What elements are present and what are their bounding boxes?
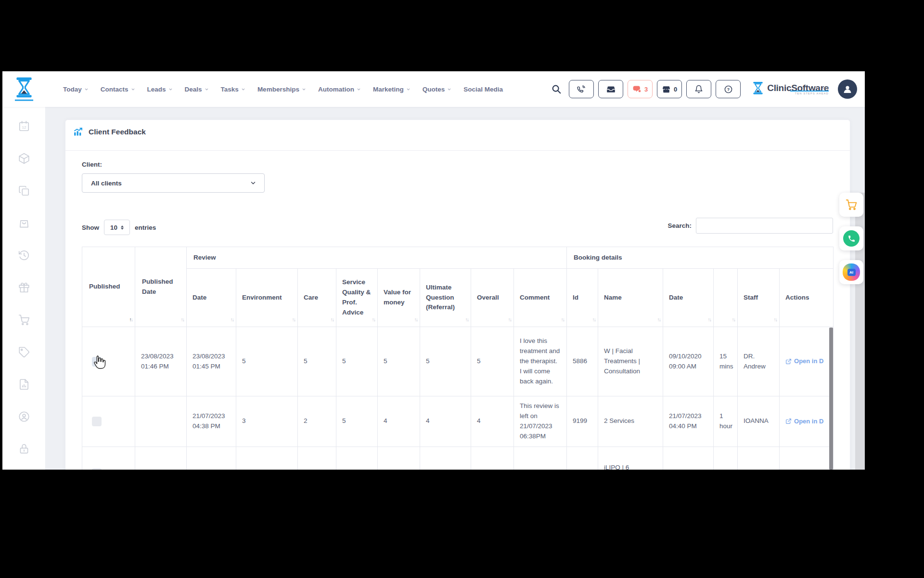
col-header-comment[interactable]: Comment↑↓ — [514, 269, 567, 327]
sort-icon[interactable]: ↑↓ — [465, 315, 469, 323]
lock-icon[interactable] — [18, 443, 30, 455]
user-avatar[interactable] — [838, 79, 857, 99]
col-header-care[interactable]: Care↑↓ — [298, 269, 336, 327]
cell-environment: 5 — [236, 327, 298, 396]
user-status-icon[interactable] — [18, 410, 30, 423]
published-checkbox[interactable] — [92, 357, 102, 367]
page-title-block: Client Feedback — [73, 127, 146, 137]
svg-text:?: ? — [727, 87, 730, 92]
col-header-value-for-money[interactable]: Value for money↑↓ — [378, 269, 420, 327]
sort-icon[interactable]: ↑↓ — [292, 315, 295, 323]
floating-cart-button[interactable] — [839, 193, 863, 217]
sort-icon[interactable]: ↑↓ — [508, 315, 512, 323]
col-header-published[interactable]: Published↑↓ — [82, 247, 135, 327]
cart-icon[interactable] — [18, 314, 30, 326]
open-in-diary-link[interactable]: Open in D — [785, 417, 827, 426]
col-header-overall[interactable]: Overall↑↓ — [471, 269, 514, 327]
sort-icon[interactable]: ↑↓ — [231, 315, 234, 323]
floating-ai-button[interactable]: AI — [839, 260, 863, 284]
cell-booking-date: 09/10/2020 09:00 AM — [663, 327, 714, 396]
chevron-down-icon — [357, 87, 361, 92]
nav-item-quotes[interactable]: Quotes — [423, 86, 452, 93]
nav-item-social-media[interactable]: Social Media — [463, 86, 503, 93]
sort-icon[interactable]: ↑↓ — [129, 315, 133, 323]
clinicsoftware-logo[interactable]: ClinicSoftware .com TEN STEPS AHEAD — [752, 81, 829, 97]
col-header-booking-date[interactable]: Date↑↓ — [663, 269, 714, 327]
sort-icon[interactable]: ↑↓ — [181, 315, 184, 323]
notifications-button[interactable] — [686, 80, 711, 98]
col-header-date[interactable]: Date↑↓ — [187, 269, 236, 327]
ai-icon: AI — [843, 263, 860, 281]
col-header-id[interactable]: Id↑↓ — [567, 269, 598, 327]
topbar: Today Contacts Leads Deals Tasks Members… — [2, 71, 865, 107]
sort-icon[interactable]: ↑↓ — [592, 315, 596, 323]
col-header-service-quality[interactable]: Service Quality & Prof. Advice↑↓ — [336, 269, 378, 327]
phone-button[interactable] — [569, 80, 594, 98]
hourglass-logo-icon — [752, 81, 764, 97]
sort-icon[interactable]: ↑↓ — [732, 315, 735, 323]
search-icon[interactable] — [551, 84, 562, 94]
chevron-down-icon — [168, 87, 173, 92]
store-button[interactable]: 0 — [657, 80, 682, 98]
published-checkbox[interactable] — [92, 417, 102, 426]
cell-id: 9199 — [567, 396, 598, 447]
hourglass-logo-icon[interactable] — [12, 74, 36, 104]
nav-item-memberships[interactable]: Memberships — [257, 86, 306, 93]
topbar-actions: 3 0 ? ClinicSoftware — [551, 79, 857, 99]
floating-phone-button[interactable] — [839, 226, 863, 250]
help-icon: ? — [724, 85, 733, 94]
chat-notifications-button[interactable]: 3 — [628, 80, 653, 98]
published-checkbox[interactable] — [92, 468, 102, 470]
nav-item-leads[interactable]: Leads — [147, 86, 173, 93]
client-select[interactable]: All clients — [82, 173, 265, 193]
report-icon[interactable] — [18, 378, 30, 391]
open-in-diary-link[interactable]: Open in D — [785, 356, 827, 366]
tag-icon[interactable] — [18, 346, 30, 358]
nav-item-marketing[interactable]: Marketing — [373, 86, 411, 93]
sort-icon[interactable]: ↑↓ — [561, 315, 565, 323]
col-header-actions: Actions — [780, 269, 834, 327]
gift-icon[interactable] — [18, 281, 30, 294]
brand-tagline: TEN STEPS AHEAD — [795, 92, 829, 95]
col-header-ultimate-question[interactable]: Ultimate Question (Referral)↑↓ — [420, 269, 471, 327]
table-scrollbar[interactable] — [829, 328, 833, 470]
sort-icon[interactable]: ↑↓ — [414, 315, 418, 323]
cell-published-date — [135, 396, 187, 447]
cell-published-date — [135, 447, 187, 470]
sort-icon[interactable]: ↑↓ — [774, 315, 777, 323]
inbox-button[interactable] — [598, 80, 623, 98]
col-header-published-date[interactable]: Published Date↑↓ — [135, 247, 187, 327]
app-window: Today Contacts Leads Deals Tasks Members… — [2, 71, 865, 470]
table-row: 21/07/2023 04:38 PM 3 2 5 4 4 4 This rev… — [82, 396, 834, 447]
sort-icon[interactable]: ↑↓ — [331, 315, 334, 323]
search-label: Search: — [667, 222, 692, 229]
chevron-down-icon — [241, 87, 245, 92]
col-header-staff[interactable]: Staff↑↓ — [738, 269, 780, 327]
calendar-icon[interactable]: 12 — [18, 120, 30, 132]
sort-icon[interactable]: ↑↓ — [657, 315, 661, 323]
table-row: 21/07/2023 My here iLIPO | 6 SESSIONS (4… — [82, 447, 834, 470]
col-header-name[interactable]: Name↑↓ — [598, 269, 663, 327]
sort-icon[interactable]: ↑↓ — [708, 315, 711, 323]
copy-icon[interactable] — [18, 184, 30, 197]
phone-icon — [577, 85, 586, 93]
sort-icon[interactable]: ↑↓ — [372, 315, 375, 323]
nav-item-tasks[interactable]: Tasks — [221, 86, 245, 93]
svg-text:12: 12 — [22, 125, 26, 130]
nav-item-today[interactable]: Today — [63, 86, 89, 93]
search-input[interactable] — [696, 218, 833, 234]
page-length-value: 10 — [110, 224, 117, 231]
chevron-down-icon — [447, 87, 451, 92]
package-icon[interactable] — [18, 152, 30, 165]
page-length-select[interactable]: 10 — [104, 220, 130, 235]
cell-name: 2 Services — [598, 396, 663, 447]
col-header-duration[interactable]: ↑↓ — [714, 269, 738, 327]
cell-ultimate-question — [420, 447, 471, 470]
nav-item-automation[interactable]: Automation — [318, 86, 361, 93]
help-button[interactable]: ? — [716, 80, 741, 98]
history-icon[interactable] — [18, 249, 30, 262]
col-header-environment[interactable]: Environment↑↓ — [236, 269, 298, 327]
nav-item-contacts[interactable]: Contacts — [101, 86, 135, 93]
nav-item-deals[interactable]: Deals — [185, 86, 209, 93]
shopping-bag-icon[interactable] — [18, 217, 30, 229]
